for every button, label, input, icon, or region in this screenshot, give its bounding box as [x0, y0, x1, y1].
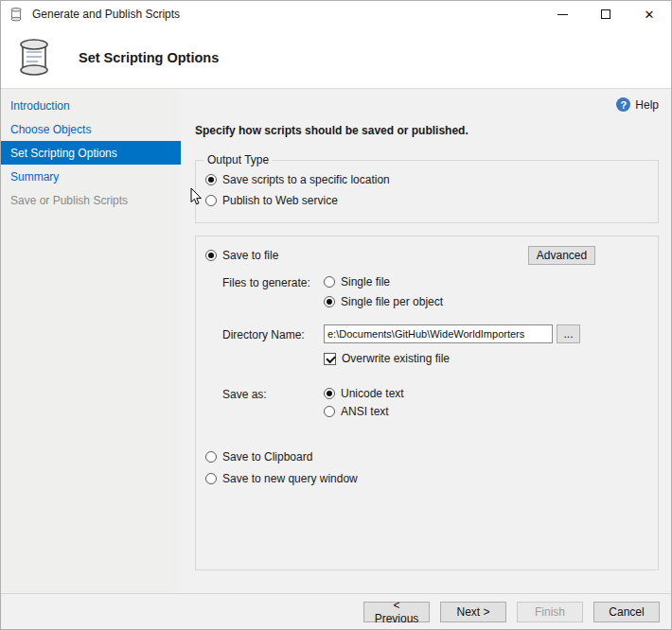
radio-label: Unicode text — [341, 387, 404, 400]
checkbox-icon — [324, 353, 336, 365]
wizard-header: Set Scripting Options — [1, 27, 671, 88]
radio-label: Save to new query window — [222, 472, 358, 485]
radio-icon — [324, 388, 335, 399]
previous-button[interactable]: < Previous — [363, 602, 430, 622]
radio-label: Publish to Web service — [222, 194, 338, 207]
other-output-options: Save to Clipboard Save to new query wind… — [205, 450, 648, 485]
help-icon: ? — [616, 97, 630, 112]
save-to-file-options: Files to generate: Single file Single fi… — [222, 275, 648, 418]
directory-row: Directory Name: ... Overwrite existing f… — [222, 324, 648, 365]
wizard-content: Introduction Choose Objects Set Scriptin… — [1, 88, 671, 593]
help-link[interactable]: ? Help — [195, 89, 659, 112]
sidebar-item-save-or-publish: Save or Publish Scripts — [1, 188, 181, 212]
window-controls: ✕ — [540, 1, 671, 27]
save-to-file-row: Save to file Advanced — [205, 246, 648, 265]
output-type-group: Output Type Save scripts to a specific l… — [195, 160, 659, 223]
minimize-button[interactable] — [540, 1, 584, 27]
radio-icon — [205, 473, 217, 484]
maximize-button[interactable] — [584, 1, 628, 27]
radio-label: Save to file — [222, 249, 278, 262]
radio-label: Single file — [341, 275, 390, 289]
minimize-icon — [557, 14, 568, 15]
radio-label: Save scripts to a specific location — [222, 173, 390, 186]
radio-save-scripts-to-location[interactable]: Save scripts to a specific location — [205, 173, 648, 186]
wizard-steps-sidebar: Introduction Choose Objects Set Scriptin… — [1, 89, 181, 593]
browse-button[interactable]: ... — [557, 324, 580, 343]
next-button[interactable]: Next > — [440, 602, 506, 622]
save-as-label: Save as: — [222, 387, 324, 401]
advanced-button[interactable]: Advanced — [528, 246, 595, 265]
save-options-group: Save to file Advanced Files to generate:… — [195, 236, 659, 570]
radio-label: ANSI text — [341, 405, 389, 418]
sidebar-item-label: Save or Publish Scripts — [10, 194, 128, 207]
sidebar-item-summary[interactable]: Summary — [1, 165, 181, 188]
overwrite-existing-file-checkbox[interactable]: Overwrite existing file — [324, 352, 580, 365]
radio-icon — [205, 250, 217, 261]
files-to-generate-row: Files to generate: Single file Single fi… — [222, 275, 648, 308]
files-to-generate-label: Files to generate: — [222, 275, 324, 289]
output-type-group-label: Output Type — [203, 153, 273, 166]
sidebar-item-set-scripting-options[interactable]: Set Scripting Options — [1, 141, 181, 165]
radio-single-file[interactable]: Single file — [324, 275, 443, 289]
page-instruction: Specify how scripts should be saved or p… — [195, 124, 659, 137]
sidebar-item-label: Set Scripting Options — [10, 147, 117, 160]
radio-single-file-per-object[interactable]: Single file per object — [324, 295, 443, 308]
radio-unicode-text[interactable]: Unicode text — [324, 387, 404, 400]
main-panel: ? Help Specify how scripts should be sav… — [181, 89, 671, 593]
sidebar-item-choose-objects[interactable]: Choose Objects — [1, 117, 181, 141]
window-title: Generate and Publish Scripts — [32, 8, 180, 21]
directory-name-label: Directory Name: — [222, 324, 324, 341]
help-label: Help — [635, 98, 659, 112]
radio-publish-to-web-service[interactable]: Publish to Web service — [205, 194, 648, 207]
app-scroll-icon — [9, 6, 26, 23]
close-button[interactable]: ✕ — [628, 1, 671, 27]
cancel-button[interactable]: Cancel — [593, 602, 660, 622]
radio-icon — [205, 451, 217, 463]
sidebar-item-label: Choose Objects — [10, 123, 91, 136]
radio-save-to-clipboard[interactable]: Save to Clipboard — [205, 450, 648, 464]
save-as-row: Save as: Unicode text ANSI text — [222, 387, 648, 418]
radio-ansi-text[interactable]: ANSI text — [324, 405, 404, 418]
wizard-window: Generate and Publish Scripts ✕ Set Scrip… — [0, 0, 672, 630]
radio-save-to-new-query-window[interactable]: Save to new query window — [205, 472, 648, 485]
directory-name-input[interactable] — [324, 324, 553, 343]
script-scroll-icon — [12, 36, 56, 80]
maximize-icon — [601, 9, 610, 19]
radio-icon — [324, 296, 335, 307]
page-title: Set Scripting Options — [79, 50, 219, 65]
wizard-footer: < Previous Next > Finish Cancel — [1, 593, 671, 629]
radio-icon — [324, 276, 335, 288]
radio-icon — [324, 406, 335, 417]
radio-save-to-file[interactable]: Save to file — [205, 249, 278, 262]
sidebar-item-label: Introduction — [10, 99, 70, 113]
radio-label: Single file per object — [341, 295, 443, 308]
radio-icon — [205, 195, 217, 206]
sidebar-item-introduction[interactable]: Introduction — [1, 94, 181, 117]
titlebar: Generate and Publish Scripts ✕ — [1, 1, 671, 27]
radio-icon — [205, 174, 217, 185]
sidebar-item-label: Summary — [10, 170, 59, 184]
radio-label: Save to Clipboard — [222, 450, 312, 464]
checkbox-label: Overwrite existing file — [342, 352, 450, 365]
finish-button: Finish — [517, 602, 583, 622]
